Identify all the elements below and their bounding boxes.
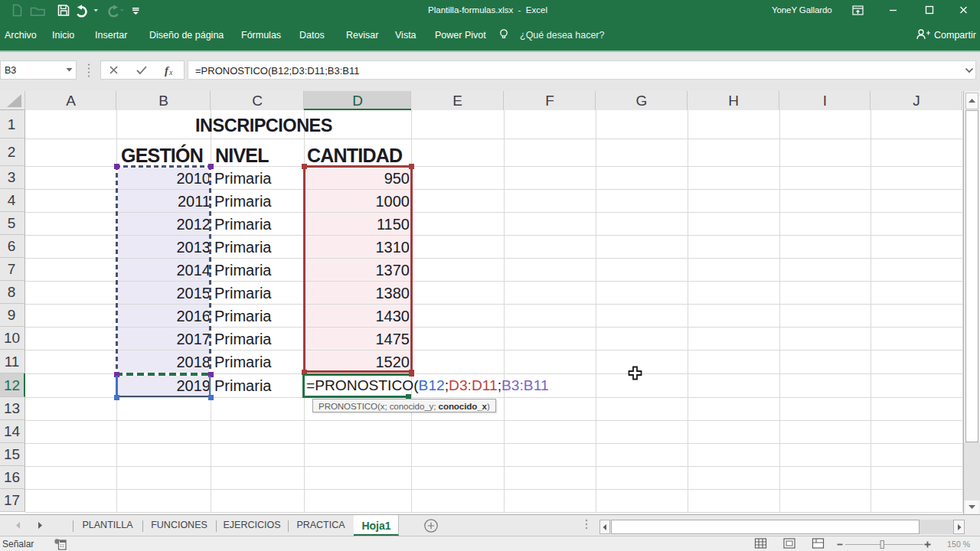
svg-text:x: x xyxy=(168,68,173,77)
